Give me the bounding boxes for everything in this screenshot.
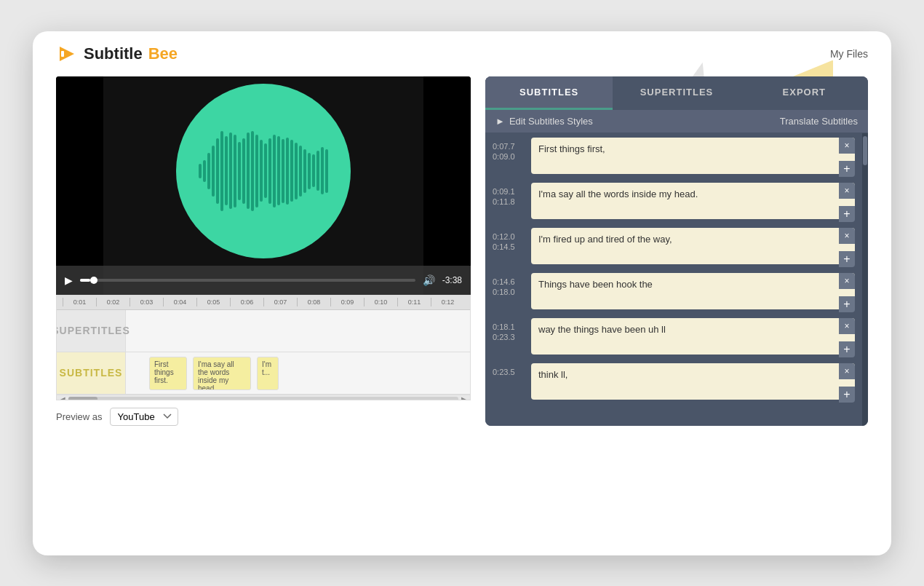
app-container: SubtitleBee My Files ▶	[33, 31, 891, 555]
progress-fill	[80, 279, 90, 282]
waveform-bar	[282, 139, 284, 203]
entry-textarea-5[interactable]	[531, 363, 855, 400]
entry-close-button[interactable]: ×	[839, 363, 855, 379]
main-content: ▶ 🔊 -3:38 0:010:020:030:040:050:060:07	[33, 76, 891, 443]
chevron-right-icon: ►	[495, 116, 505, 127]
logo-text-subtitle: Subtitle	[84, 44, 143, 63]
subtitle-entry: 0:07.70:09.0×+	[493, 138, 855, 177]
subtitle-entry: 0:18.10:23.3×+	[493, 318, 855, 357]
waveform-bar	[316, 151, 319, 191]
timeline-area: 0:010:020:030:040:050:060:070:080:090:10…	[56, 295, 471, 400]
waveform-bar	[255, 135, 258, 207]
entry-content: ×+	[531, 273, 855, 312]
progress-bar[interactable]	[80, 279, 415, 282]
entry-times: 0:07.70:09.0	[493, 138, 525, 177]
waveform-bar	[212, 146, 215, 197]
waveform-bar	[225, 136, 228, 205]
entry-close-button[interactable]: ×	[839, 228, 855, 244]
supertitles-track-content	[126, 310, 470, 352]
entry-textarea-4[interactable]	[531, 318, 855, 355]
logo: SubtitleBee	[56, 43, 178, 65]
video-player: ▶ 🔊 -3:38	[56, 76, 471, 295]
ruler-mark: 0:07	[263, 298, 297, 306]
entry-time-start: 0:12.0	[493, 232, 525, 241]
waveform-circle	[176, 84, 351, 258]
entry-content: ×+	[531, 363, 855, 403]
entry-close-button[interactable]: ×	[839, 318, 855, 334]
scroll-right-arrow[interactable]: ▶	[461, 395, 467, 400]
timeline-subtitle-clip[interactable]: I'ma say all the words inside my head.	[193, 357, 251, 390]
entry-textarea-0[interactable]	[531, 138, 855, 174]
scroll-left-arrow[interactable]: ◀	[60, 395, 65, 400]
entry-close-button[interactable]: ×	[839, 273, 855, 289]
logo-icon	[56, 43, 78, 65]
translate-button[interactable]: Translate Subtitles	[780, 116, 858, 127]
entry-add-button[interactable]: +	[839, 161, 855, 177]
subtitles-track-content: First things first.I'ma say all the word…	[126, 352, 470, 394]
header: SubtitleBee My Files	[33, 31, 891, 76]
play-button[interactable]: ▶	[65, 274, 73, 286]
waveform-bar	[242, 138, 245, 204]
tab-supertitles[interactable]: SUPERTITLES	[613, 76, 740, 110]
supertitles-track: SUPERTITLES	[57, 310, 470, 352]
subtitles-track-label: SUBTITLES	[57, 352, 126, 394]
waveform-bar	[286, 138, 289, 205]
scroll-track[interactable]	[68, 397, 458, 400]
tab-export[interactable]: EXPORT	[741, 76, 868, 110]
entry-content: ×+	[531, 318, 855, 357]
waveform-bar	[290, 140, 293, 202]
video-left-black	[56, 76, 103, 295]
waveform-bar	[295, 143, 298, 199]
entry-times: 0:23.5	[493, 363, 525, 403]
preview-label: Preview as	[56, 411, 103, 422]
waveform-bar	[234, 135, 236, 207]
waveform-bar	[207, 153, 210, 189]
tabs: SUBTITLES SUPERTITLES EXPORT	[485, 76, 868, 110]
waveform-bar	[277, 136, 280, 205]
entry-textarea-2[interactable]	[531, 228, 855, 264]
entry-close-button[interactable]: ×	[839, 138, 855, 154]
subtitle-entry: 0:14.60:18.0×+	[493, 273, 855, 312]
waveform-bar	[229, 132, 232, 209]
entry-content: ×+	[531, 228, 855, 267]
waveform-bar	[260, 140, 263, 202]
waveform-bar	[268, 138, 271, 204]
time-display: -3:38	[442, 275, 462, 285]
ruler-mark: 0:11	[397, 298, 431, 306]
waveform-bar	[251, 131, 254, 211]
entry-textarea-3[interactable]	[531, 273, 855, 309]
entry-times: 0:14.60:18.0	[493, 273, 525, 312]
my-files-link[interactable]: My Files	[830, 48, 868, 60]
entry-add-button[interactable]: +	[839, 341, 855, 357]
entry-add-button[interactable]: +	[839, 206, 855, 222]
waveform-bar	[264, 143, 267, 198]
right-scrollbar	[862, 133, 868, 426]
ruler-mark: 0:05	[196, 298, 230, 306]
entry-add-button[interactable]: +	[839, 251, 855, 267]
waveform-bar	[203, 160, 206, 182]
entry-time-start: 0:14.6	[493, 277, 525, 286]
timeline-subtitle-clip[interactable]: I'm t...	[257, 357, 279, 390]
ruler-mark: 0:02	[96, 298, 130, 306]
entry-times: 0:18.10:23.3	[493, 318, 525, 357]
waveform-bar	[299, 146, 302, 197]
edit-styles-button[interactable]: ► Edit Subtitles Styles	[495, 116, 593, 127]
left-panel: ▶ 🔊 -3:38 0:010:020:030:040:050:060:07	[56, 76, 471, 426]
waveform-bar	[247, 132, 250, 209]
tab-subtitles[interactable]: SUBTITLES	[485, 76, 613, 110]
entry-add-button[interactable]: +	[839, 296, 855, 312]
video-controls: ▶ 🔊 -3:38	[56, 266, 471, 295]
preview-select[interactable]: YouTube Instagram Facebook Twitter	[110, 408, 178, 426]
entry-time-start: 0:09.1	[493, 187, 525, 196]
entry-textarea-1[interactable]	[531, 183, 855, 219]
svg-rect-1	[61, 51, 64, 57]
ruler-marks: 0:010:020:030:040:050:060:070:080:090:10…	[63, 298, 464, 306]
entry-close-button[interactable]: ×	[839, 183, 855, 199]
progress-dot	[90, 277, 97, 284]
volume-icon[interactable]: 🔊	[423, 274, 435, 286]
ruler-mark: 0:04	[163, 298, 196, 306]
entry-time-start: 0:23.5	[493, 368, 525, 376]
timeline-subtitle-clip[interactable]: First things first.	[149, 357, 187, 390]
subtitle-entry: 0:09.10:11.8×+	[493, 183, 855, 222]
entry-add-button[interactable]: +	[839, 387, 855, 403]
